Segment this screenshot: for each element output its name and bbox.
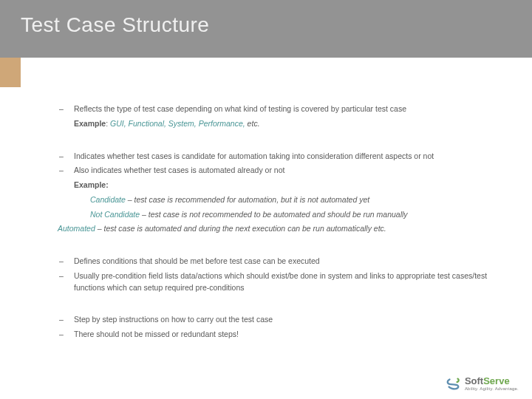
- text-line: Example: GUI, Functional, System, Perfor…: [58, 118, 502, 130]
- bullet-dash: –: [58, 103, 74, 115]
- logo-icon: [446, 375, 462, 392]
- text-line: Not Candidate – test case is not recomme…: [58, 209, 502, 221]
- logo-text: SoftServe Ability. Agility. Advantage.: [465, 376, 519, 391]
- bullet-text: Usually pre-condition field lists data/a…: [74, 270, 502, 294]
- bullet-line: –Step by step instructions on how to car…: [58, 314, 502, 326]
- text-line: Candidate – test case is recommended for…: [58, 194, 502, 206]
- content-group: –Defines conditions that should be met b…: [58, 256, 502, 293]
- bullet-dash: –: [58, 329, 74, 341]
- bullet-line: –Usually pre-condition field lists data/…: [58, 270, 502, 294]
- page-title: Test Case Structure: [21, 13, 209, 37]
- bullet-dash: –: [58, 270, 74, 294]
- bullet-line: –Reflects the type of test case dependin…: [58, 103, 502, 115]
- bullet-text: Also indicates whether test cases is aut…: [74, 165, 502, 177]
- bullet-text: There should not be missed or redundant …: [74, 329, 502, 341]
- bullet-text: Reflects the type of test case depending…: [74, 103, 502, 115]
- bullet-line: –There should not be missed or redundant…: [58, 329, 502, 341]
- text-line: Example:: [58, 180, 502, 191]
- bullet-text: Indicates whether test cases is candidat…: [74, 151, 502, 163]
- brand-logo: SoftServe Ability. Agility. Advantage.: [446, 375, 519, 392]
- bullet-line: –Indicates whether test cases is candida…: [58, 151, 502, 163]
- bullet-text: Defines conditions that should be met be…: [74, 256, 502, 267]
- bullet-line: –Defines conditions that should be met b…: [58, 256, 502, 267]
- content-group: –Indicates whether test cases is candida…: [58, 151, 502, 236]
- content-area: –Reflects the type of test case dependin…: [58, 103, 502, 361]
- bullet-dash: –: [58, 165, 74, 177]
- content-group: –Step by step instructions on how to car…: [58, 314, 502, 341]
- bullet-dash: –: [58, 151, 74, 163]
- bullet-dash: –: [58, 256, 74, 267]
- logo-tagline: Ability. Agility. Advantage.: [465, 386, 519, 391]
- bullet-line: –Also indicates whether test cases is au…: [58, 165, 502, 177]
- text-line: Automated – test case is automated and d…: [58, 223, 502, 235]
- content-group: –Reflects the type of test case dependin…: [58, 103, 502, 130]
- header-bar: Test Case Structure: [0, 0, 532, 58]
- bullet-dash: –: [58, 314, 74, 326]
- accent-block: [0, 58, 21, 87]
- logo-name: SoftServe: [465, 376, 519, 386]
- bullet-text: Step by step instructions on how to carr…: [74, 314, 502, 326]
